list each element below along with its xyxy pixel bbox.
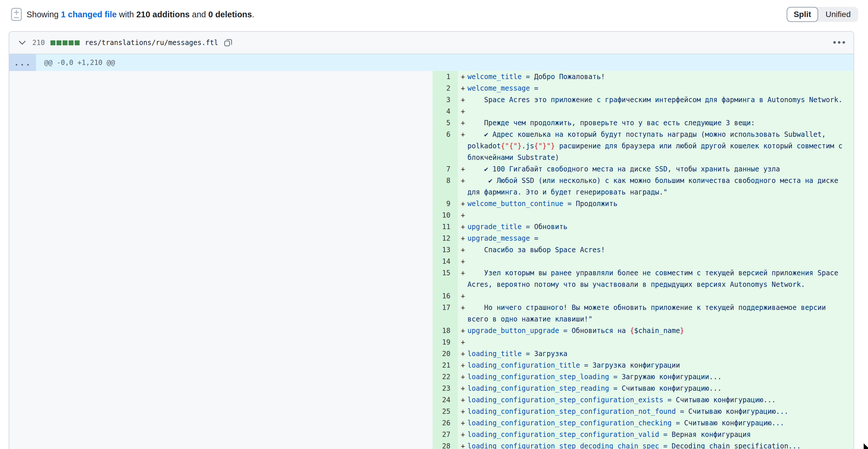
old-side-empty-cell [9,302,433,325]
code-text: ✔ Адрес кошелька на который будут поступ… [467,129,854,163]
code-text [467,106,854,117]
old-side-empty-cell [9,360,433,371]
code-line: + [458,106,854,117]
file-options-button[interactable] [833,41,845,45]
line-number[interactable]: 4 [433,106,458,117]
code-line: + ✔ Адрес кошелька на который будут пост… [458,129,854,163]
unified-toggle-button[interactable]: Unified [818,7,858,22]
code-line: +upgrade_title = Обновить [458,221,854,233]
addition-marker: + [458,221,467,233]
code-text: loading_configuration_step_configuration… [467,429,854,440]
deletions-count: 0 deletions [208,10,252,19]
chevron-down-icon [19,39,26,47]
code-line: + ✔ 100 Гигабайт свободного места на дис… [458,163,854,175]
diff-row: 19+ [9,336,854,348]
addition-marker: + [458,267,467,279]
code-text: Спасибо за выбор Space Acres! [467,244,854,256]
changed-files-link[interactable]: 1 changed file [61,10,117,19]
line-number[interactable]: 7 [433,163,458,175]
diff-row: 2+welcome_message = [9,83,854,94]
addition-marker: + [458,163,467,175]
code-text: ✔ 100 Гигабайт свободного места на диске… [467,163,854,175]
old-side-empty-cell [9,290,433,302]
old-side-empty-cell [9,94,433,106]
line-number[interactable]: 28 [433,440,458,449]
line-number[interactable]: 1 [433,71,458,83]
code-line: + Space Acres это приложение с графическ… [458,94,854,106]
diff-row: 25+loading_configuration_step_configurat… [9,406,854,417]
line-number[interactable]: 18 [433,325,458,336]
line-number[interactable]: 14 [433,256,458,267]
expand-hunk-button[interactable]: ... [9,54,36,71]
line-number[interactable]: 19 [433,336,458,348]
line-number[interactable]: 12 [433,233,458,244]
summary-and: and [190,10,209,19]
diff-view-toggle: Split Unified [787,7,858,22]
line-number[interactable]: 13 [433,244,458,256]
code-line: + [458,209,854,221]
copy-icon [223,38,233,48]
code-text: welcome_message = [467,83,854,94]
diff-row: 26+loading_configuration_step_configurat… [9,417,854,429]
diff-summary-bar: Showing 1 changed file with 210 addition… [10,0,858,29]
line-number[interactable]: 6 [433,129,458,163]
code-line: +upgrade_button_upgrade = Обновиться на … [458,325,854,336]
code-line: +loading_configuration_step_loading = За… [458,371,854,383]
line-number[interactable]: 23 [433,383,458,394]
code-text: welcome_title = Добро Пожаловать! [467,71,854,83]
diff-row: 17+ Но ничего страшного! Вы можете обнов… [9,302,854,325]
addition-marker: + [458,290,467,302]
old-side-empty-cell [9,383,433,394]
old-side-empty-cell [9,83,433,94]
line-number[interactable]: 15 [433,267,458,290]
diff-row: 18+upgrade_button_upgrade = Обновиться н… [9,325,854,336]
old-side-empty-cell [9,117,433,129]
line-number[interactable]: 10 [433,209,458,221]
code-line: +welcome_title = Добро Пожаловать! [458,71,854,83]
line-number[interactable]: 9 [433,198,458,209]
line-number[interactable]: 16 [433,290,458,302]
addition-marker: + [458,336,467,348]
code-text: welcome_button_continue = Продолжить [467,198,854,209]
diff-row: 3+ Space Acres это приложение с графичес… [9,94,854,106]
old-side-empty-cell [9,129,433,163]
code-line: +loading_configuration_step_decoding_cha… [458,440,854,449]
split-toggle-button[interactable]: Split [787,7,818,22]
old-side-empty-cell [9,440,433,449]
line-number[interactable]: 8 [433,175,458,198]
line-number[interactable]: 26 [433,417,458,429]
line-number[interactable]: 11 [433,221,458,233]
line-number[interactable]: 5 [433,117,458,129]
addition-marker: + [458,198,467,209]
addition-marker: + [458,233,467,244]
addition-marker: + [458,325,467,336]
line-number[interactable]: 22 [433,371,458,383]
code-line: + Но ничего страшного! Вы можете обновит… [458,302,854,325]
collapse-file-button[interactable] [19,39,26,47]
line-number[interactable]: 21 [433,360,458,371]
code-line: + [458,336,854,348]
old-side-empty-cell [9,209,433,221]
line-number[interactable]: 2 [433,83,458,94]
line-number[interactable]: 20 [433,348,458,360]
code-line: +loading_configuration_title = Загрузка … [458,360,854,371]
addition-marker: + [458,175,467,186]
copy-path-button[interactable] [223,38,233,48]
line-number[interactable]: 25 [433,406,458,417]
addition-marker: + [458,209,467,221]
code-text [467,290,854,302]
old-side-empty-cell [9,267,433,290]
addition-marker: + [458,244,467,256]
file-path: res/translations/ru/messages.ftl [85,39,218,47]
line-number[interactable]: 17 [433,302,458,325]
line-number[interactable]: 27 [433,429,458,440]
line-number[interactable]: 3 [433,94,458,106]
line-number[interactable]: 24 [433,394,458,406]
diff-row: 27+loading_configuration_step_configurat… [9,429,854,440]
old-side-empty-cell [9,429,433,440]
code-text: loading_configuration_step_reading = Счи… [467,383,854,394]
code-text: loading_title = Загрузка [467,348,854,360]
code-line: +loading_configuration_step_reading = Сч… [458,383,854,394]
code-text: upgrade_message = [467,233,854,244]
old-side-empty-cell [9,348,433,360]
